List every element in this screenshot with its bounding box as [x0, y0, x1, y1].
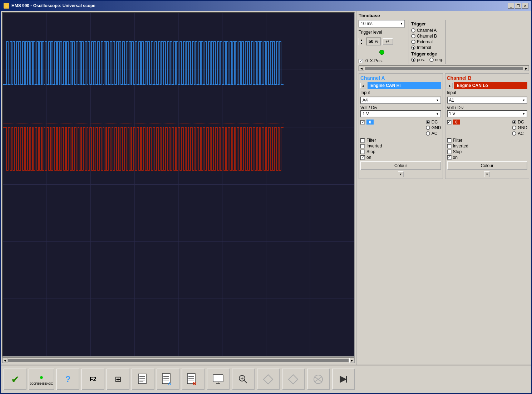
channel-a-up-btn[interactable]: ▲: [360, 83, 366, 88]
toolbar-doc-a-btn[interactable]: A: [157, 369, 179, 390]
x-pos-label: X-Pos.: [370, 58, 383, 63]
title-bar: ⚡ HMS 990 - Oscilloscope: Universal scop…: [1, 1, 531, 11]
document-icon: [138, 374, 148, 385]
channel-b-stop-row[interactable]: Stop: [447, 149, 528, 154]
trigger-channel-a-label: Channel A: [417, 28, 437, 33]
channel-a-volt-select[interactable]: 1 V ▼: [360, 110, 441, 117]
channel-b-colour-btn[interactable]: Colour: [447, 161, 528, 170]
toolbar-crossed-btn[interactable]: [307, 369, 330, 390]
channel-b-zero-row: 0: [447, 120, 460, 125]
radio-external[interactable]: [411, 40, 415, 44]
trigger-percent: 50 %: [366, 38, 381, 45]
radio-neg[interactable]: [429, 58, 434, 62]
timebase-row: 10 ms ▼ Trigger level ▲ ▼ 50 % +/-: [359, 20, 529, 64]
scope-scrollbar[interactable]: ◀ ▶: [2, 357, 355, 363]
window-title: HMS 990 - Oscilloscope: Universal scope: [11, 3, 95, 8]
radio-internal[interactable]: [411, 45, 415, 50]
trigger-pos[interactable]: pos.: [411, 57, 425, 62]
scroll-left-arrow[interactable]: ◀: [3, 358, 8, 363]
channel-a-stop-row[interactable]: Stop: [360, 149, 441, 154]
trigger-internal[interactable]: Internal: [411, 45, 443, 50]
channel-b-filter-row[interactable]: Filter: [447, 138, 528, 143]
channel-b-ac[interactable]: AC: [512, 131, 527, 136]
radio-a-gnd[interactable]: [426, 126, 430, 130]
toolbar-zoom-btn[interactable]: [232, 369, 255, 390]
toolbar-diamond2-btn[interactable]: [282, 369, 305, 390]
svg-rect-43: [346, 376, 347, 383]
trigger-plusminus-btn[interactable]: +/-: [383, 38, 393, 45]
channel-b-dc-gnd-ac: DC GND AC: [512, 120, 527, 136]
channel-b-on-row[interactable]: on: [447, 155, 528, 160]
toolbar-f2-btn[interactable]: F2: [82, 369, 104, 390]
trigger-up-btn[interactable]: ▲: [359, 38, 364, 42]
channel-a-stop-checkbox[interactable]: [360, 150, 365, 154]
radio-a-dc[interactable]: [426, 120, 430, 124]
channel-a-inverted-row[interactable]: Inverted: [360, 144, 441, 149]
tb-scroll-left[interactable]: ◀: [359, 66, 364, 71]
channel-a-zero-checkbox[interactable]: [360, 120, 365, 125]
radio-a-ac[interactable]: [426, 131, 430, 136]
channel-b-dc[interactable]: DC: [512, 120, 527, 125]
channel-a-filter-label: Filter: [366, 138, 376, 143]
minimize-button[interactable]: _: [508, 3, 514, 9]
trigger-down-btn[interactable]: ▼: [359, 42, 364, 45]
channel-b-volt-select[interactable]: 1 V ▼: [447, 110, 528, 117]
toolbar-checkmark-btn[interactable]: ✔: [4, 369, 26, 390]
channel-b-zero-checkbox[interactable]: [447, 120, 452, 125]
radio-b-dc[interactable]: [512, 120, 516, 124]
toolbar-doc-b-btn[interactable]: B: [182, 369, 205, 390]
channel-b-dc-label: DC: [518, 120, 524, 125]
close-button[interactable]: ✕: [522, 3, 528, 9]
channel-b-on-checkbox[interactable]: [447, 155, 452, 160]
scroll-right-arrow[interactable]: ▶: [349, 358, 354, 363]
trigger-pos-label: pos.: [417, 57, 425, 62]
channel-b-gnd[interactable]: GND: [512, 125, 527, 130]
channel-a-dc[interactable]: DC: [426, 120, 441, 125]
channel-a-inverted-checkbox[interactable]: [360, 144, 365, 149]
channel-a-filter-checkbox[interactable]: [360, 138, 365, 143]
channel-a-down-btn[interactable]: ▼: [398, 171, 404, 177]
toolbar-doc-btn[interactable]: [132, 369, 154, 390]
radio-b-gnd[interactable]: [512, 126, 516, 130]
channel-b-down-btn[interactable]: ▼: [484, 171, 490, 177]
channel-a-divider: [360, 137, 441, 137]
channel-a-filter-row[interactable]: Filter: [360, 138, 441, 143]
channel-b-up-btn[interactable]: ▲: [447, 83, 453, 88]
timebase-scrollbar[interactable]: ◀ ▶: [359, 65, 529, 71]
radio-channel-a[interactable]: [411, 28, 415, 33]
channel-a-colour-btn[interactable]: Colour: [360, 161, 441, 170]
channel-a-gnd[interactable]: GND: [426, 125, 441, 130]
channel-b-filter-checkbox[interactable]: [447, 138, 452, 143]
radio-pos[interactable]: [411, 58, 415, 62]
toolbar-connection-btn[interactable]: ● 000FB545EA3C: [29, 369, 54, 390]
toolbar-diamond1-btn[interactable]: [257, 369, 280, 390]
trigger-channel-b[interactable]: Channel B: [411, 34, 443, 39]
channel-a-ac[interactable]: AC: [426, 131, 441, 136]
x-pos-checkbox[interactable]: [359, 59, 363, 63]
tb-scroll-right[interactable]: ▶: [524, 66, 529, 71]
scroll-track[interactable]: [8, 359, 349, 362]
channel-b-stop-checkbox[interactable]: [447, 150, 452, 154]
radio-channel-b[interactable]: [411, 34, 415, 38]
toolbar-grid-btn[interactable]: ⊞: [107, 369, 129, 390]
channel-a-down-row: ▼: [360, 171, 441, 177]
toolbar-monitor-btn[interactable]: [207, 369, 230, 390]
channel-a-on-row[interactable]: on: [360, 155, 441, 160]
radio-b-ac[interactable]: [512, 131, 516, 136]
trigger-channel-a[interactable]: Channel A: [411, 28, 443, 33]
channel-a-input-select[interactable]: A4 ▼: [360, 97, 441, 104]
channel-b-input-select[interactable]: A1 ▼: [447, 97, 528, 104]
trigger-external[interactable]: External: [411, 39, 443, 44]
timebase-select[interactable]: 10 ms ▼: [359, 20, 405, 28]
channel-a-dc-row: 0 DC GND: [360, 120, 441, 136]
channel-a-on-checkbox[interactable]: [360, 155, 365, 160]
arrow-right-icon: [338, 374, 349, 385]
channel-b-inverted-checkbox[interactable]: [447, 144, 452, 149]
trigger-updown[interactable]: ▲ ▼: [359, 38, 364, 45]
toolbar-help-btn[interactable]: ?: [56, 369, 79, 390]
channel-a-input-value: A4: [363, 98, 368, 103]
channel-b-inverted-row[interactable]: Inverted: [447, 144, 528, 149]
trigger-neg[interactable]: neg.: [429, 57, 443, 62]
toolbar-arrow-btn[interactable]: [332, 369, 355, 390]
restore-button[interactable]: ❐: [515, 3, 521, 9]
